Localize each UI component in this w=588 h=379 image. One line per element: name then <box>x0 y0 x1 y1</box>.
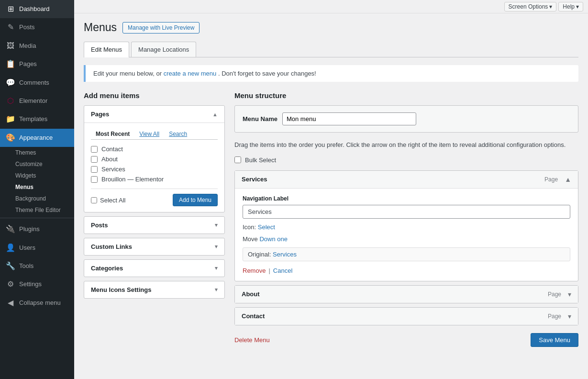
two-col-layout: Add menu items Pages ▲ Most Recent View … <box>84 91 578 347</box>
bottom-actions: Delete Menu Save Menu <box>234 333 578 347</box>
add-menu-items-title: Add menu items <box>84 91 225 100</box>
categories-accordion: Categories ▾ <box>84 259 225 277</box>
create-new-menu-link[interactable]: create a new menu <box>164 70 217 77</box>
sidebar-item-dashboard[interactable]: ⊞ Dashboard <box>0 0 74 18</box>
menu-item-about-controls: Page ▾ <box>548 290 571 298</box>
menu-icons-accordion-header[interactable]: Menu Icons Settings ▾ <box>84 281 224 298</box>
menu-item-about-header[interactable]: About Page ▾ <box>235 286 578 303</box>
contact-checkbox[interactable] <box>91 146 98 153</box>
menu-item-about: About Page ▾ <box>234 285 578 303</box>
page-title: Menus <box>84 21 117 34</box>
pages-mini-tabs: Most Recent View All Search <box>91 129 218 140</box>
chevron-down-icon: ▾ <box>576 3 579 10</box>
posts-icon: ✎ <box>6 22 15 33</box>
pages-footer: Select All Add to Menu <box>91 189 218 206</box>
sidebar-item-settings[interactable]: ⚙ Settings <box>0 275 74 293</box>
tab-manage-locations[interactable]: Manage Locations <box>131 42 196 57</box>
menu-name-label: Menu Name <box>243 115 277 123</box>
list-item: About <box>91 156 218 163</box>
tab-edit-menus[interactable]: Edit Menus <box>84 42 129 57</box>
select-all-wrap: Select All <box>91 197 125 204</box>
sidebar-sub-item-widgets[interactable]: Widgets <box>0 170 74 181</box>
posts-accordion-header[interactable]: Posts ▾ <box>84 217 224 234</box>
pages-accordion-body: Most Recent View All Search Contact <box>84 123 224 212</box>
sidebar-item-posts[interactable]: ✎ Posts <box>0 18 74 36</box>
delete-menu-link[interactable]: Delete Menu <box>234 336 270 344</box>
menu-icons-accordion: Menu Icons Settings ▾ <box>84 281 225 299</box>
menu-item-services-controls: Page ▲ <box>544 176 571 183</box>
brouillon-checkbox[interactable] <box>91 176 98 183</box>
screen-options-button[interactable]: Screen Options ▾ <box>504 2 557 11</box>
drag-hint: Drag the items into the order you prefer… <box>234 140 578 150</box>
mini-tab-view-all[interactable]: View All <box>134 129 164 139</box>
move-down-one-link[interactable]: Down one <box>259 235 288 243</box>
page-content: Menus Manage with Live Preview Edit Menu… <box>74 13 588 379</box>
chevron-down-icon: ▾ <box>215 287 218 293</box>
menu-name-input[interactable] <box>282 112 416 125</box>
dashboard-icon: ⊞ <box>6 4 15 14</box>
notice-bar: Edit your menu below, or create a new me… <box>84 65 578 82</box>
sidebar-sub-item-themes[interactable]: Themes <box>0 147 74 158</box>
mini-tab-most-recent[interactable]: Most Recent <box>91 129 134 139</box>
appearance-icon: 🎨 <box>6 133 15 143</box>
mini-tab-search[interactable]: Search <box>164 129 192 139</box>
chevron-down-icon: ▾ <box>215 265 218 271</box>
select-all-checkbox[interactable] <box>91 197 97 203</box>
save-menu-button[interactable]: Save Menu <box>531 333 578 347</box>
chevron-up-icon: ▲ <box>212 111 218 117</box>
sidebar-item-comments[interactable]: 💬 Comments <box>0 74 74 92</box>
menu-item-toggle-icon[interactable]: ▾ <box>568 312 571 320</box>
menu-item-contact-controls: Page ▾ <box>548 312 571 320</box>
menu-item-toggle-icon[interactable]: ▾ <box>568 290 571 298</box>
about-checkbox[interactable] <box>91 156 98 163</box>
pages-accordion-header[interactable]: Pages ▲ <box>84 106 224 123</box>
list-item: Services <box>91 166 218 173</box>
menu-item-services: Services Page ▲ Navigation Label Icon: S… <box>234 170 578 281</box>
sidebar-item-elementor[interactable]: ⬡ Elementor <box>0 92 74 110</box>
services-checkbox[interactable] <box>91 166 98 173</box>
action-separator: | <box>268 267 270 274</box>
live-preview-button[interactable]: Manage with Live Preview <box>122 22 200 33</box>
sidebar-sub-item-theme-file-editor[interactable]: Theme File Editor <box>0 204 74 216</box>
comments-icon: 💬 <box>6 78 15 88</box>
menu-item-contact-header[interactable]: Contact Page ▾ <box>235 308 578 325</box>
sidebar-item-users[interactable]: 👤 Users <box>0 239 74 257</box>
bulk-select-row: Bulk Select <box>234 156 578 164</box>
sidebar-item-plugins[interactable]: 🔌 Plugins <box>0 220 74 238</box>
templates-icon: 📁 <box>6 114 15 124</box>
nav-label-input[interactable] <box>243 205 570 219</box>
main-area: Screen Options ▾ Help ▾ Menus Manage wit… <box>74 0 588 379</box>
original-services-link[interactable]: Services <box>273 251 297 258</box>
menus-tabs: Edit Menus Manage Locations <box>84 42 578 57</box>
custom-links-accordion-header[interactable]: Custom Links ▾ <box>84 238 224 255</box>
topbar: Screen Options ▾ Help ▾ <box>74 0 588 13</box>
bulk-select-checkbox[interactable] <box>234 156 241 163</box>
menu-item-toggle-icon[interactable]: ▲ <box>565 176 571 183</box>
nav-label-label: Navigation Label <box>243 195 570 202</box>
menu-item-services-header[interactable]: Services Page ▲ <box>235 171 578 188</box>
icon-row: Icon: Select <box>243 223 570 231</box>
help-button[interactable]: Help ▾ <box>558 2 583 11</box>
sidebar: ⊞ Dashboard ✎ Posts 🖼 Media 📋 Pages 💬 Co… <box>0 0 74 379</box>
categories-accordion-header[interactable]: Categories ▾ <box>84 260 224 277</box>
sidebar-item-collapse[interactable]: ◀ Collapse menu <box>0 294 74 312</box>
icon-select-link[interactable]: Select <box>258 223 275 231</box>
sidebar-item-pages[interactable]: 📋 Pages <box>0 55 74 73</box>
settings-icon: ⚙ <box>6 279 15 290</box>
posts-accordion: Posts ▾ <box>84 216 225 234</box>
pages-accordion: Pages ▲ Most Recent View All Search C <box>84 105 225 212</box>
sidebar-item-appearance[interactable]: 🎨 Appearance <box>0 129 74 147</box>
sidebar-divider <box>0 218 74 218</box>
sidebar-item-templates[interactable]: 📁 Templates <box>0 110 74 128</box>
remove-link[interactable]: Remove <box>243 267 266 274</box>
left-panel: Add menu items Pages ▲ Most Recent View … <box>84 91 225 302</box>
cancel-link[interactable]: Cancel <box>273 267 292 274</box>
users-icon: 👤 <box>6 243 15 253</box>
sidebar-sub-item-customize[interactable]: Customize <box>0 158 74 170</box>
sidebar-item-tools[interactable]: 🔧 Tools <box>0 257 74 275</box>
sidebar-sub-item-background[interactable]: Background <box>0 193 74 204</box>
add-to-menu-button[interactable]: Add to Menu <box>173 194 218 206</box>
sidebar-sub-item-menus[interactable]: Menus <box>0 181 74 193</box>
sidebar-item-media[interactable]: 🖼 Media <box>0 37 74 55</box>
pages-checkbox-list: Contact About Services <box>91 145 218 183</box>
